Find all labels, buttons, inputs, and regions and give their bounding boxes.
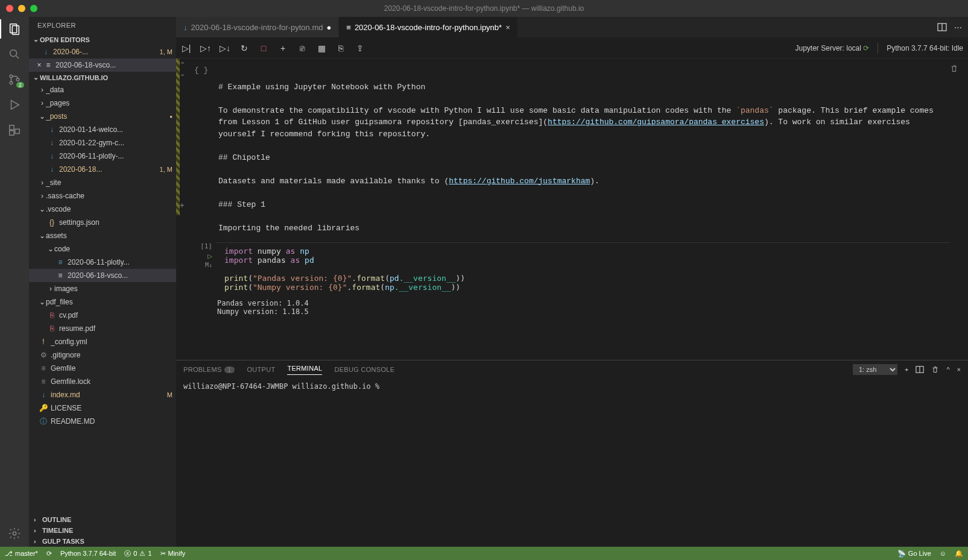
file-item[interactable]: ↓2020-06-18...1, M [29,163,176,176]
extensions-icon[interactable] [7,123,22,137]
move-down-icon[interactable]: ⌄ [180,70,185,78]
separator [878,43,878,54]
run-above-icon[interactable]: ▷↑ [200,43,211,53]
outline-section[interactable]: ›OUTLINE [29,514,176,525]
close-panel-icon[interactable]: × [957,366,961,373]
file-item[interactable]: ≡2020-06-18-vsco... [29,269,176,282]
project-header[interactable]: ⌄ WILLIAZO.GITHUB.IO [29,72,176,83]
open-editors-header[interactable]: ⌄ OPEN EDITORS [29,34,176,45]
sync-icon[interactable]: ⟳ [46,550,52,558]
new-terminal-icon[interactable]: + [905,366,908,373]
split-terminal-icon[interactable] [916,365,924,374]
svg-rect-8 [10,125,14,130]
folder-item[interactable]: ⌄.vscode [29,203,176,216]
file-item[interactable]: ↓2020-01-14-welco... [29,123,176,136]
file-icon: ↓ [47,165,57,174]
file-item[interactable]: ↓index.mdM [29,388,176,401]
notifications-icon[interactable]: 🔔 [955,550,963,558]
file-icon: {} [47,218,57,227]
to-markdown-icon[interactable]: M↓ [205,262,212,268]
close-icon[interactable]: × [505,23,510,32]
file-item[interactable]: ↓2020-06-11-plotly-... [29,149,176,163]
variables-icon[interactable]: ▦ [316,43,327,53]
folder-item[interactable]: ›images [29,282,176,295]
open-editor-item[interactable]: × ≡ 2020-06-18-vsco... [29,58,176,72]
folder-item[interactable]: ⌄_posts● [29,110,176,123]
move-up-icon[interactable]: ⌃ [180,61,185,69]
close-window-icon[interactable] [6,5,13,12]
python-kernel-status[interactable]: Python 3.7.7 64-bit: Idle [887,44,963,52]
close-icon[interactable]: × [35,61,43,69]
kill-terminal-icon[interactable] [931,366,939,374]
file-item[interactable]: {}settings.json [29,216,176,229]
folder-item[interactable]: ›_site [29,176,176,189]
file-item[interactable]: ⚙.gitignore [29,348,176,362]
markdown-cell[interactable]: { } # Example using Jupyter Notebook wit… [176,58,968,240]
chevron-down-icon: ⌄ [39,298,46,306]
run-below-icon[interactable]: ▷↓ [220,43,230,53]
file-item[interactable]: ⎘resume.pdf [29,322,176,335]
code-cell[interactable]: [1] ▷ M↓ import numpy as np import panda… [176,240,968,297]
output-line: Numpy version: 1.18.5 [217,307,950,316]
timeline-section[interactable]: ›TIMELINE [29,525,176,536]
code-token: pd [390,274,399,283]
scm-icon[interactable]: 2 [7,72,22,87]
folder-item[interactable]: ⌄code [29,242,176,256]
minimize-window-icon[interactable] [18,5,25,12]
gulp-section[interactable]: ›GULP TASKS [29,536,176,547]
maximize-panel-icon[interactable]: ^ [946,366,949,373]
clear-outputs-icon[interactable]: ⎚ [297,43,308,53]
python-env-status[interactable]: Python 3.7.7 64-bit [60,550,116,557]
file-item[interactable]: ≡Gemfile.lock [29,375,176,388]
run-cell-icon[interactable]: ▷ [207,251,212,260]
problems-status[interactable]: ⓧ0 ⚠1 [124,549,151,558]
git-branch-status[interactable]: ⎇master* [5,550,38,558]
debug-icon[interactable] [7,98,22,112]
tab-terminal[interactable]: TERMINAL [287,365,322,375]
settings-gear-icon[interactable] [7,526,22,541]
modified-dot-icon: ● [169,114,172,119]
md-link[interactable]: https://github.com/justmarkham [449,177,590,186]
interrupt-icon[interactable]: □ [258,43,269,53]
folder-item[interactable]: ⌄pdf_files [29,295,176,309]
file-item[interactable]: !_config.yml [29,335,176,348]
code-body[interactable]: import numpy as np import pandas as pd p… [217,242,950,292]
tab-output[interactable]: OUTPUT [247,366,275,373]
explorer-icon[interactable] [7,22,22,36]
more-actions-icon[interactable]: ⋯ [954,23,962,32]
feedback-icon[interactable]: ☺ [940,550,946,558]
restart-icon[interactable]: ↻ [239,43,250,53]
run-all-icon[interactable]: ▷| [181,43,192,53]
jupyter-server-status[interactable]: Jupyter Server: local ⟳ [796,44,870,52]
terminal[interactable]: williazo@NPI-67464-JWMBP williazo.github… [176,379,968,547]
file-item[interactable]: ⓘREADME.MD [29,415,176,428]
folder-item[interactable]: ⌄assets [29,229,176,242]
md-text: Datasets and materials made available th… [218,177,449,186]
file-item[interactable]: 🔑LICENSE [29,401,176,415]
folder-item[interactable]: ›.sass-cache [29,189,176,203]
file-item[interactable]: ≡Gemfile [29,362,176,375]
file-item[interactable]: ≡2020-06-11-plotly... [29,256,176,269]
folder-item[interactable]: ›_data [29,83,176,96]
file-item[interactable]: ⎘cv.pdf [29,309,176,322]
search-icon[interactable] [7,47,22,61]
add-cell-icon[interactable]: + [277,43,288,53]
maximize-window-icon[interactable] [30,5,37,12]
terminal-select[interactable]: 1: zsh [853,364,897,375]
svg-point-5 [10,81,13,84]
go-live-button[interactable]: 📡 Go Live [897,550,931,558]
tab-debug-console[interactable]: DEBUG CONSOLE [334,366,394,373]
tab-md-file[interactable]: ↓ 2020-06-18-vscode-intro-for-pyton.md ● [176,17,339,37]
md-link[interactable]: https://github.com/guipsamora/pandas_exe… [548,118,764,127]
minify-status[interactable]: ✂ Minify [160,550,186,558]
open-editor-item[interactable]: ↓ 2020-06-... 1, M [29,45,176,58]
split-editor-icon[interactable] [937,22,947,32]
file-item[interactable]: ↓2020-01-22-gym-c... [29,136,176,149]
save-icon[interactable]: ⎘ [335,43,346,53]
add-cell-icon[interactable]: + [180,201,185,210]
export-icon[interactable]: ⇪ [355,43,365,53]
folder-item[interactable]: ›_pages [29,96,176,110]
tab-problems[interactable]: PROBLEMS1 [183,366,235,373]
tab-notebook-file[interactable]: ≡ 2020-06-18-vscode-intro-for-python.ipy… [339,17,517,37]
delete-cell-icon[interactable] [950,64,958,73]
